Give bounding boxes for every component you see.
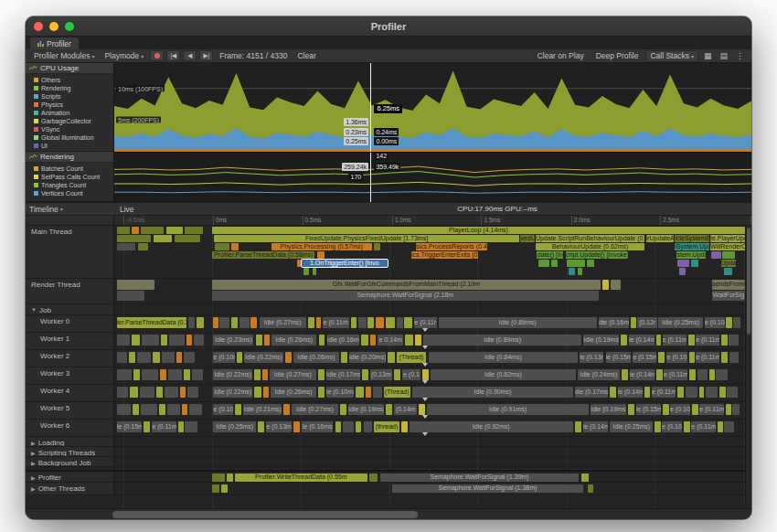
legend-item-vsync[interactable]: VSync [26,125,113,133]
timeline-segment[interactable] [318,387,325,398]
timeline-segment[interactable] [343,421,353,432]
timeline-segment[interactable]: Idle (0.89ms) [439,317,597,328]
timeline-segment[interactable] [140,387,155,398]
timeline-segment[interactable]: Idle (0.90ms) [412,387,572,398]
timeline-segment[interactable] [569,268,576,275]
track-name-worker-2[interactable]: Worker 2 [26,350,114,367]
legend-item-physics[interactable]: Physics [26,101,113,109]
timeline-segment[interactable] [175,235,200,242]
timeline-segment[interactable]: te.PlayerUpdateCanv [710,235,745,242]
track-name-worker-1[interactable]: Worker 1 [26,333,114,349]
track-lane-main-thread[interactable]: PlayerLoop (4.14ms)FixedUpdate.PhysicsFi… [114,226,745,278]
timeline-segment[interactable]: le (0.16ms [302,421,334,432]
timeline-segment[interactable] [117,280,154,290]
timeline-segment[interactable]: e (0.1 [402,369,420,380]
timeline-segment[interactable] [154,235,173,242]
timeline-segment[interactable] [117,335,130,346]
legend-item-animation[interactable]: Animation [26,109,113,117]
timeline-segment[interactable] [132,227,139,234]
track-lane-worker-3[interactable]: Idle (0.22ms)Idle (0.27ms)Idle (0.17ms)(… [114,367,745,384]
tab-profiler[interactable]: Profiler [30,37,79,49]
timeline-segment[interactable] [677,260,688,267]
timeline-segment[interactable] [318,369,325,380]
timeline-segment[interactable] [235,404,241,415]
timeline-segment[interactable] [185,421,197,432]
timeline-segment[interactable] [231,317,237,328]
timeline-segment[interactable] [212,484,219,493]
track-name-loading[interactable]: ▶Loading [26,437,114,446]
timeline-segment[interactable] [192,369,203,380]
clear-button[interactable]: Clear [293,51,319,60]
timeline-segment[interactable] [212,473,225,482]
timeline-segment[interactable] [141,404,157,415]
timeline-segment[interactable] [182,404,187,415]
timeline-segment[interactable] [691,260,698,267]
timeline-segment[interactable]: Idle (0.22ms) [213,369,252,380]
timeline-segment[interactable]: (Thread) [397,352,426,363]
timeline-segment[interactable] [722,251,735,259]
timeline-segment[interactable]: le (0.10ms) [326,387,354,398]
timeline-segment[interactable]: Idle (0.23ms) [213,335,253,346]
timeline-segment[interactable] [658,352,665,363]
timeline-segment[interactable]: WaitForSig [712,291,745,301]
legend-item-vertices-count[interactable]: Vertices Count [26,189,113,197]
timeline-segment[interactable] [117,235,151,242]
timeline-segment[interactable] [221,484,227,493]
timeline-segment[interactable] [264,335,270,346]
timeline-segment[interactable]: Update.ScriptRunBehaviourUpdate (0.62m [536,235,644,242]
timeline-segment[interactable] [401,421,408,432]
timeline-segment[interactable] [733,317,740,328]
timeline-segment[interactable]: Idle (0.26ms) [271,387,316,398]
timeline-segment[interactable]: dle (0.17ms) [575,387,608,398]
timeline-segment[interactable] [684,421,690,432]
list-view-icon[interactable]: ▤ [717,51,730,60]
timeline-segment[interactable]: Idle (0.25ms) [213,421,256,432]
timeline-segment[interactable] [237,352,242,363]
timeline-segment[interactable] [169,335,185,346]
timeline-segment[interactable] [293,421,300,432]
timeline-segment[interactable] [362,369,368,380]
timeline-segment[interactable] [711,251,721,259]
timeline-segment[interactable]: lSystem.Update [675,243,708,250]
module-header-cpu-usage[interactable]: CPU Usage [26,63,113,74]
track-lane-background-job[interactable] [114,457,745,466]
timeline-segment[interactable] [644,387,650,398]
horizontal-scrollbar[interactable] [26,508,751,519]
timeline-segment[interactable]: Idle (0.84ms) [429,352,579,363]
timeline-segment[interactable] [316,317,322,328]
timeline-segment[interactable] [538,260,549,267]
timeline-segment[interactable] [285,352,292,363]
first-frame-button[interactable]: |◀ [166,50,180,61]
timeline-segment[interactable] [581,473,589,482]
legend-item-triangles-count[interactable]: Triangles Count [26,181,113,189]
timeline-segment[interactable] [364,421,373,432]
timeline-segment[interactable] [366,387,371,398]
timeline-segment[interactable]: UpdateBat [721,260,737,267]
timeline-segment[interactable] [356,421,362,432]
timeline-segment[interactable] [578,268,582,275]
timeline-segment[interactable] [602,280,609,290]
timeline-segment[interactable] [726,317,731,328]
timeline-segment[interactable] [373,387,382,398]
timeline-segment[interactable] [655,421,660,432]
timeline-segment[interactable] [622,369,628,380]
timeline-segment[interactable]: (Thread) [384,387,410,398]
timeline-segment[interactable] [386,404,393,415]
timeline-segment[interactable]: le (0.14m [629,335,655,346]
timeline-segment[interactable]: date() [In [537,251,563,259]
timeline-segment[interactable]: Idle (0.92ms) [410,421,573,432]
track-lane-scripting-threads[interactable] [114,447,745,456]
timeline-segment[interactable] [374,243,380,250]
timeline-segment[interactable] [159,404,165,415]
time-ruler[interactable]: -0.5ms0ms0.5ms1.0ms1.5ms2.0ms2.5ms3.0ms [26,216,751,226]
timeline-segment[interactable] [588,484,594,493]
timeline-segment[interactable] [133,404,139,415]
timeline-segment[interactable] [262,369,268,380]
timeline-segment[interactable] [176,352,182,363]
timeline-segment[interactable]: Idle (0.27ms) [270,369,316,380]
timeline-segment[interactable] [699,387,705,398]
expand-icon[interactable]: ▶ [31,450,36,456]
frame-marker-line[interactable] [370,63,371,152]
timeline-segment[interactable] [628,404,634,415]
timeline-segment[interactable] [419,404,425,415]
